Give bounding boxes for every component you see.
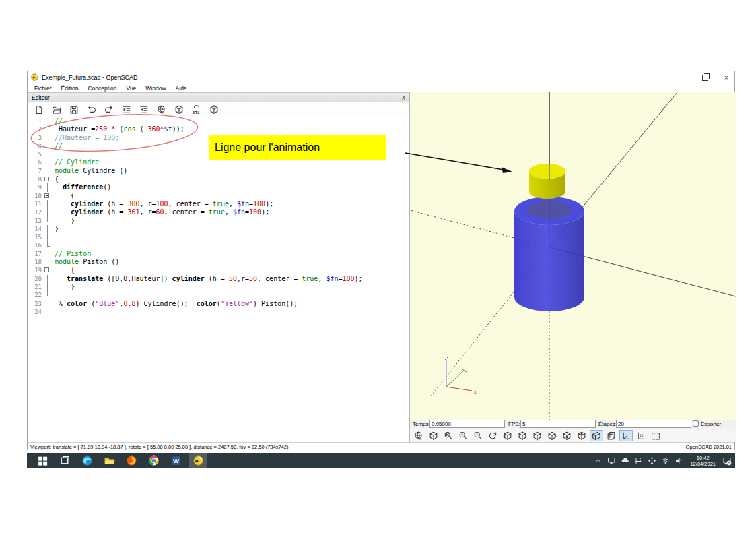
- menu-item-conception[interactable]: Conception: [83, 85, 122, 92]
- zoom-out-icon[interactable]: [471, 430, 485, 441]
- tray-hidden-icons-chevron[interactable]: [593, 455, 603, 466]
- line-number: 23: [28, 300, 44, 308]
- show-scale-markers-icon[interactable]: 10: [634, 430, 648, 441]
- code-text: difference(): [51, 183, 111, 191]
- tray-wifi[interactable]: [660, 455, 671, 466]
- view-front-icon[interactable]: [560, 430, 574, 441]
- code-line-14: 14}: [28, 225, 409, 233]
- menu-item-fichier[interactable]: Fichier: [30, 85, 57, 92]
- taskbar-chrome-icon[interactable]: [145, 453, 162, 468]
- menu-item-dition[interactable]: Édition: [57, 85, 83, 92]
- tray-volume[interactable]: [674, 455, 684, 466]
- code-line-19: 19 {: [28, 266, 409, 274]
- taskbar-firefox-icon[interactable]: [123, 453, 140, 468]
- editor-close-icon[interactable]: x: [402, 94, 405, 101]
- taskbar-task-view-icon[interactable]: [56, 453, 73, 468]
- temps-input[interactable]: [429, 420, 505, 428]
- close-button[interactable]: ×: [722, 73, 730, 82]
- view-back-icon[interactable]: [575, 430, 588, 441]
- code-text: cylinder (h = 300, r=100, center = true,…: [51, 200, 273, 208]
- minimize-button[interactable]: [679, 73, 687, 82]
- view-left-icon[interactable]: [545, 430, 559, 441]
- menu-item-vue[interactable]: Vue: [122, 85, 141, 92]
- line-number: 6: [28, 158, 44, 166]
- code-line-21: 21 }: [28, 283, 409, 291]
- restore-button[interactable]: [701, 73, 709, 82]
- code-line-7: 7module Cylindre (): [28, 167, 409, 175]
- status-bar: Viewport: translate = [ 71.89 18.94 -18.…: [28, 442, 734, 451]
- window-title: Exemple_Futura.scad - OpenSCAD: [42, 74, 138, 81]
- fold-margin: [44, 241, 51, 249]
- temps-label: Temps:: [413, 421, 430, 427]
- x-axis-label: x: [474, 389, 477, 394]
- fold-margin: [44, 225, 51, 233]
- fps-input[interactable]: [520, 420, 596, 428]
- version-text: OpenSCAD 2021.01: [686, 444, 732, 450]
- tray-snip[interactable]: [633, 455, 644, 466]
- code-line-12: 12 cylinder (h = 301, r=60, center = tru…: [28, 208, 409, 216]
- render-icon[interactable]: [427, 430, 440, 441]
- fold-marker-icon[interactable]: [44, 192, 51, 200]
- measure-cube-icon[interactable]: [208, 104, 219, 115]
- tray-device[interactable]: [607, 455, 617, 466]
- code-editor[interactable]: 1//2 Hauteur =250 * (cos ( 360*$t));3//H…: [28, 117, 409, 442]
- code-text: module Piston (): [51, 258, 119, 266]
- annotation-arrow: [401, 145, 522, 182]
- line-number: 8: [28, 175, 44, 183]
- clock-date: 12/04/2021: [690, 461, 716, 467]
- menu-item-aide[interactable]: Aide: [171, 85, 192, 92]
- line-number: 7: [28, 167, 44, 175]
- perspective-icon[interactable]: [590, 430, 603, 441]
- fold-marker-icon[interactable]: [44, 175, 51, 183]
- export-images-checkbox[interactable]: [693, 420, 699, 427]
- tray-teams[interactable]: [647, 455, 657, 466]
- taskbar-edge-icon[interactable]: [78, 453, 96, 468]
- code-text: [51, 291, 55, 299]
- taskbar-start-icon[interactable]: [34, 453, 51, 468]
- taskbar-word-icon[interactable]: W: [167, 453, 184, 468]
- code-text: // Piston: [51, 250, 91, 258]
- code-line-13: 13 }: [28, 217, 409, 225]
- etapes-input[interactable]: [616, 420, 691, 428]
- title-bar: Exemple_Futura.scad - OpenSCAD ×: [28, 71, 734, 84]
- windows-taskbar: W 10:42 12/04/2021 5: [27, 453, 735, 468]
- code-text: // Cylindre: [51, 158, 99, 166]
- tray-onedrive-cloud[interactable]: [620, 455, 630, 466]
- menu-item-window[interactable]: Window: [141, 85, 170, 92]
- taskbar-file-explorer-icon[interactable]: [100, 453, 118, 468]
- view-bottom-icon[interactable]: [530, 430, 544, 441]
- fold-margin: [44, 183, 51, 191]
- taskbar-openscad-icon[interactable]: [189, 453, 207, 468]
- screenshot-page: Exemple_Futura.scad - OpenSCAD × Fichier…: [0, 0, 756, 535]
- annotation-label: Ligne pour l'animation: [215, 141, 320, 154]
- fold-margin: [44, 250, 51, 258]
- code-line-23: 23 % color ("Blue",0.8) Cylindre(); colo…: [28, 300, 409, 308]
- taskbar-clock[interactable]: 10:42 12/04/2021: [690, 455, 716, 467]
- view-top-icon[interactable]: [516, 430, 529, 441]
- 3d-viewport[interactable]: x: [410, 92, 736, 420]
- code-text: {: [51, 175, 59, 183]
- show-axes-icon[interactable]: [619, 430, 633, 441]
- zoom-in-icon[interactable]: [456, 430, 470, 441]
- menu-bar: FichierÉditionConceptionVueWindowAide: [28, 84, 734, 92]
- line-number: 19: [28, 266, 44, 274]
- fold-margin: [44, 167, 51, 175]
- code-text: % color ("Blue",0.8) Cylindre(); color("…: [51, 300, 298, 308]
- view-right-icon[interactable]: [501, 430, 514, 441]
- reset-view-icon[interactable]: [486, 430, 500, 441]
- axis-indicator: x: [445, 356, 477, 394]
- fps-label: FPS:: [508, 421, 520, 427]
- line-number: 15: [28, 233, 44, 241]
- orthogonal-icon[interactable]: [605, 430, 618, 441]
- fold-margin: [44, 158, 51, 166]
- action-center-icon[interactable]: 5: [722, 455, 732, 466]
- 3d-scene: x: [410, 92, 736, 420]
- preview-icon[interactable]: »: [412, 430, 425, 441]
- fold-margin: [44, 217, 51, 225]
- code-text: [51, 308, 55, 316]
- view-all-icon[interactable]: [649, 430, 662, 441]
- fold-marker-icon[interactable]: [44, 266, 51, 274]
- line-number: 21: [28, 283, 44, 291]
- zoom-all-icon[interactable]: [442, 430, 455, 441]
- line-number: 11: [28, 200, 44, 208]
